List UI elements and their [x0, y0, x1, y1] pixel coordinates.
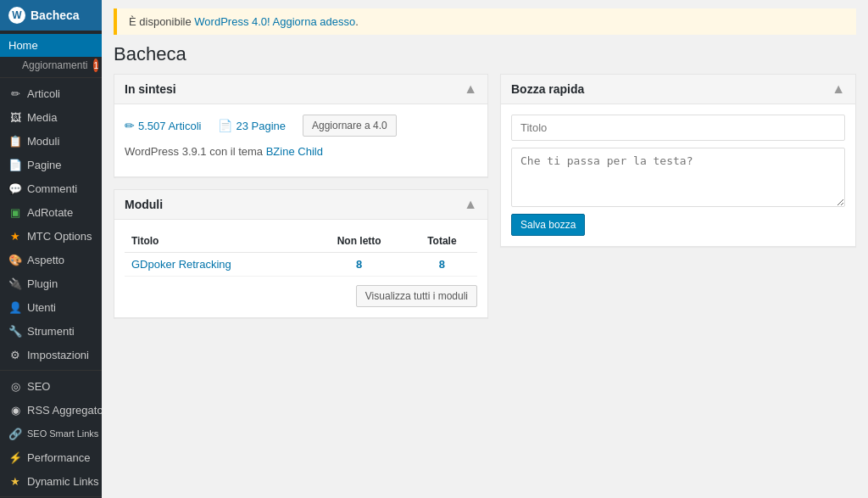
rss-label: RSS Aggregator: [27, 404, 102, 417]
page-title: Bacheca: [102, 38, 868, 74]
sidebar-item-impostazioni[interactable]: ⚙ Impostazioni: [0, 343, 102, 367]
sidebar-item-media[interactable]: 🖼 Media: [0, 105, 102, 129]
sidebar-item-adrotate[interactable]: ▣ AdRotate: [0, 200, 102, 224]
aggiorna-adesso-link[interactable]: Aggiorna adesso: [273, 15, 356, 28]
home-label: Home: [8, 39, 38, 52]
sidebar-item-articoli[interactable]: ✏ Articoli: [0, 81, 102, 105]
performance-icon: ⚡: [8, 450, 22, 464]
utenti-label: Utenti: [27, 301, 56, 314]
wordpress-logo: W: [8, 7, 25, 24]
table-row: GDpoker Retracking 8 8: [125, 253, 477, 277]
sidebar-item-commenti[interactable]: 💬 Commenti: [0, 176, 102, 200]
sidebar-item-home[interactable]: Home: [0, 34, 102, 57]
salva-bozza-button[interactable]: Salva bozza: [511, 214, 585, 236]
moduli-collapse-icon[interactable]: ▲: [464, 197, 477, 212]
moduli-row-title: GDpoker Retracking: [125, 253, 312, 277]
view-all-row: Visualizza tutti i moduli: [125, 285, 477, 307]
sidebar-item-pagine[interactable]: 📄 Pagine: [0, 153, 102, 176]
utenti-icon: 👤: [8, 300, 22, 314]
moduli-row-totale: 8: [407, 253, 477, 277]
bozza-rapida-title: Bozza rapida: [511, 82, 584, 96]
aggiornamenti-label: Aggiornamenti: [22, 59, 87, 71]
strumenti-icon: 🔧: [8, 324, 22, 338]
rss-icon: ◉: [8, 403, 22, 417]
commenti-icon: 💬: [8, 182, 22, 195]
smart-links-label: SEO Smart Links Pro: [27, 428, 102, 439]
sidebar-header: W Bacheca: [0, 0, 102, 31]
bozza-rapida-body: Salva bozza: [501, 104, 855, 246]
bozza-rapida-collapse-icon[interactable]: ▲: [832, 81, 845, 97]
moduli-row-non-letto: 8: [312, 253, 407, 277]
pagine-count: 23 Pagine: [236, 120, 286, 132]
mtc-icon: ★: [8, 229, 22, 243]
sidebar-item-utenti[interactable]: 👤 Utenti: [0, 295, 102, 319]
sidebar-item-performance[interactable]: ⚡ Performance: [0, 445, 102, 469]
stats-row: ✏ 5.507 Articoli 📄 23 Pagine Aggiornare …: [125, 115, 477, 137]
notice-text-after: .: [355, 15, 359, 28]
bozza-form: Salva bozza: [511, 115, 845, 236]
media-icon: 🖼: [8, 110, 22, 124]
moduli-title: Moduli: [125, 198, 163, 211]
plugin-label: Plugin: [27, 277, 58, 290]
moduli-label: Moduli: [27, 135, 59, 148]
moduli-header: Moduli ▲: [114, 190, 487, 220]
sidebar-home-section: Home Aggiornamenti 1: [0, 31, 102, 78]
sidebar: W Bacheca Home Aggiornamenti 1 ✏ Articol…: [0, 0, 102, 498]
in-sintesi-header: In sintesi ▲: [114, 75, 487, 104]
moduli-widget: Moduli ▲ Titolo Non letto Totale: [114, 189, 488, 318]
view-all-moduli-button[interactable]: Visualizza tutti i moduli: [356, 285, 477, 307]
main-content: È disponibile WordPress 4.0! Aggiorna ad…: [102, 0, 868, 498]
sidebar-item-seo-smart-links[interactable]: 🔗 SEO Smart Links Pro: [0, 422, 102, 445]
col-titolo: Titolo: [125, 230, 312, 253]
in-sintesi-body: ✏ 5.507 Articoli 📄 23 Pagine Aggiornare …: [114, 104, 487, 176]
moduli-body: Titolo Non letto Totale GDpoker Retracki…: [114, 220, 487, 317]
impostazioni-icon: ⚙: [8, 348, 22, 361]
sidebar-item-plugin[interactable]: 🔌 Plugin: [0, 271, 102, 295]
sidebar-item-dynamic-links[interactable]: ★ Dynamic Links: [0, 469, 102, 493]
sidebar-item-aspetto[interactable]: 🎨 Aspetto: [0, 248, 102, 271]
performance-label: Performance: [27, 451, 90, 464]
col-non-letto: Non letto: [312, 230, 407, 253]
articoli-count-link[interactable]: ✏ 5.507 Articoli: [125, 119, 201, 132]
site-name: Bacheca: [31, 8, 80, 22]
articoli-icon: ✏: [8, 87, 22, 100]
wordpress-update-link[interactable]: WordPress 4.0!: [194, 15, 270, 28]
bozza-title-input[interactable]: [511, 115, 845, 141]
theme-link[interactable]: BZine Child: [266, 145, 323, 158]
aspetto-icon: 🎨: [8, 253, 22, 266]
bozza-body-textarea[interactable]: [511, 148, 845, 207]
sidebar-item-moduli[interactable]: 📋 Moduli: [0, 129, 102, 153]
mtc-label: MTC Options: [27, 230, 92, 243]
sidebar-item-seo[interactable]: ◎ SEO: [0, 374, 102, 398]
moduli-icon: 📋: [8, 134, 22, 148]
articoli-count: 5.507 Articoli: [138, 120, 201, 132]
pagine-icon: 📄: [8, 158, 22, 171]
sidebar-item-rss-aggregator[interactable]: ◉ RSS Aggregator: [0, 398, 102, 422]
in-sintesi-collapse-icon[interactable]: ▲: [464, 81, 477, 97]
pagine-count-link[interactable]: 📄 23 Pagine: [218, 119, 286, 132]
sidebar-item-aggiornamenti[interactable]: Aggiornamenti 1: [0, 57, 102, 74]
plugin-icon: 🔌: [8, 277, 22, 290]
update-button[interactable]: Aggiornare a 4.0: [303, 115, 397, 137]
notice-text-before: È disponibile: [129, 15, 194, 28]
in-sintesi-widget: In sintesi ▲ ✏ 5.507 Articoli 📄 23 Pagin…: [114, 74, 488, 177]
impostazioni-label: Impostazioni: [27, 349, 89, 361]
theme-info: WordPress 3.9.1 con il tema BZine Child: [125, 145, 477, 158]
modulo-title-link[interactable]: GDpoker Retracking: [131, 258, 231, 271]
seo-icon: ◎: [8, 379, 22, 393]
sidebar-item-strumenti[interactable]: 🔧 Strumenti: [0, 319, 102, 343]
smart-links-icon: 🔗: [8, 427, 22, 440]
pagine-label: Pagine: [27, 159, 61, 171]
adrotate-icon: ▣: [8, 205, 22, 219]
sidebar-item-mtc-options[interactable]: ★ MTC Options: [0, 224, 102, 248]
bozza-rapida-widget: Bozza rapida ▲ Salva bozza: [500, 74, 856, 247]
seo-label: SEO: [27, 380, 50, 393]
col-totale: Totale: [407, 230, 477, 253]
content-grid: In sintesi ▲ ✏ 5.507 Articoli 📄 23 Pagin…: [102, 74, 868, 330]
strumenti-label: Strumenti: [27, 325, 75, 338]
left-column: In sintesi ▲ ✏ 5.507 Articoli 📄 23 Pagin…: [114, 74, 488, 318]
update-notice: È disponibile WordPress 4.0! Aggiorna ad…: [114, 8, 856, 35]
in-sintesi-title: In sintesi: [125, 82, 176, 96]
aggiornamenti-badge: 1: [93, 59, 98, 72]
dynamic-links-label: Dynamic Links: [27, 475, 99, 488]
